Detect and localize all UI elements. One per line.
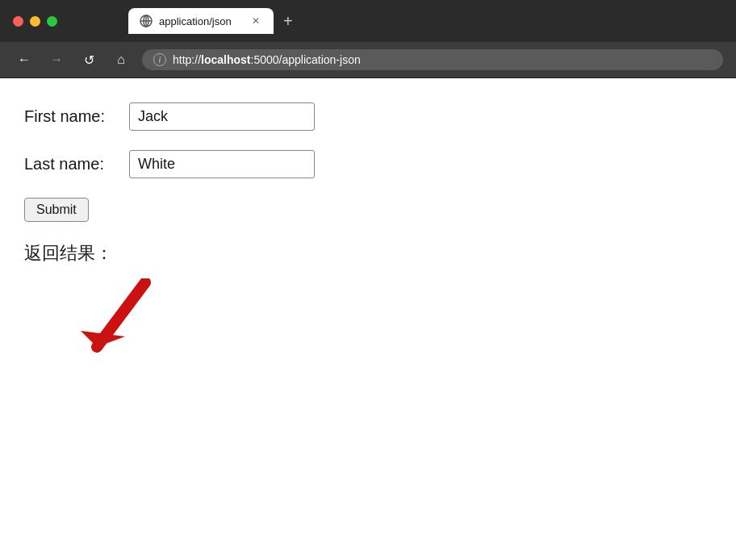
- down-arrow-icon: [73, 278, 169, 359]
- active-tab[interactable]: application/json ✕: [128, 8, 274, 34]
- lastname-row: Last name:: [24, 150, 712, 178]
- tab-title: application/json: [159, 15, 243, 27]
- firstname-label: First name:: [24, 107, 129, 126]
- traffic-lights: [13, 16, 57, 27]
- title-bar: application/json ✕ +: [0, 0, 736, 42]
- new-tab-button[interactable]: +: [277, 9, 299, 34]
- address-text: http://localhost:5000/application-json: [173, 53, 361, 66]
- home-button[interactable]: ⌂: [110, 48, 132, 71]
- submit-button[interactable]: Submit: [24, 198, 89, 222]
- lastname-input[interactable]: [129, 150, 315, 178]
- arrow-container: [73, 278, 169, 359]
- firstname-input[interactable]: [129, 102, 315, 131]
- nav-bar: ← → ↺ ⌂ i http://localhost:5000/applicat…: [0, 42, 736, 77]
- firstname-row: First name:: [24, 102, 712, 131]
- maximize-button[interactable]: [47, 16, 57, 27]
- refresh-button[interactable]: ↺: [77, 48, 100, 71]
- back-button[interactable]: ←: [13, 48, 36, 71]
- info-icon: i: [153, 53, 166, 66]
- browser-chrome: application/json ✕ + ← → ↺ ⌂ i http://lo…: [0, 0, 736, 78]
- tab-bar: application/json ✕ +: [64, 8, 364, 34]
- lastname-label: Last name:: [24, 155, 129, 173]
- tab-close-button[interactable]: ✕: [249, 15, 262, 27]
- close-button[interactable]: [13, 16, 23, 27]
- result-label: 返回结果：: [24, 241, 712, 265]
- globe-icon: [140, 15, 153, 27]
- forward-button[interactable]: →: [45, 48, 68, 71]
- page-content: First name: Last name: Submit 返回结果：: [0, 78, 736, 541]
- minimize-button[interactable]: [30, 16, 40, 27]
- address-bar[interactable]: i http://localhost:5000/application-json: [142, 49, 723, 70]
